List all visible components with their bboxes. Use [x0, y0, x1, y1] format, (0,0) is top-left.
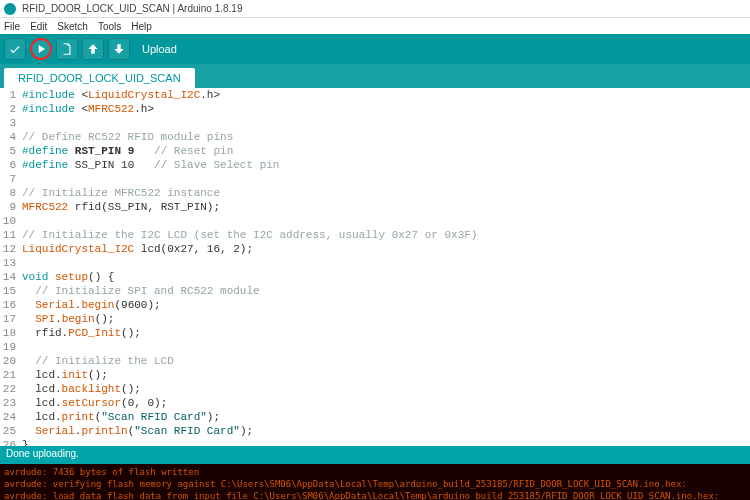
- code-text[interactable]: LiquidCrystal_I2C lcd(0x27, 16, 2);: [22, 242, 253, 256]
- code-text[interactable]: }: [22, 438, 29, 446]
- code-line[interactable]: 12LiquidCrystal_I2C lcd(0x27, 16, 2);: [0, 242, 750, 256]
- code-line[interactable]: 26}: [0, 438, 750, 446]
- console-line: avrdude: load data flash data from input…: [4, 490, 746, 500]
- code-text[interactable]: #define RST_PIN 9 // Reset pin: [22, 144, 233, 158]
- code-text[interactable]: lcd.setCursor(0, 0);: [22, 396, 167, 410]
- code-text[interactable]: Serial.println("Scan RFID Card");: [22, 424, 253, 438]
- code-line[interactable]: 4// Define RC522 RFID module pins: [0, 130, 750, 144]
- code-line[interactable]: 25 Serial.println("Scan RFID Card");: [0, 424, 750, 438]
- code-text[interactable]: lcd.init();: [22, 368, 108, 382]
- console-output[interactable]: avrdude: 7436 bytes of flash written avr…: [0, 464, 750, 500]
- titlebar: RFID_DOOR_LOCK_UID_SCAN | Arduino 1.8.19: [0, 0, 750, 18]
- arduino-icon: [4, 3, 16, 15]
- arrow-up-icon: [86, 42, 100, 56]
- code-text[interactable]: #define SS_PIN 10 // Slave Select pin: [22, 158, 279, 172]
- line-number: 3: [0, 116, 22, 130]
- code-editor[interactable]: 1#include <LiquidCrystal_I2C.h>2#include…: [0, 88, 750, 446]
- window-title: RFID_DOOR_LOCK_UID_SCAN | Arduino 1.8.19: [22, 3, 242, 14]
- upload-status-label: Upload: [142, 43, 177, 55]
- tab-sketch[interactable]: RFID_DOOR_LOCK_UID_SCAN: [4, 68, 195, 88]
- line-number: 5: [0, 144, 22, 158]
- code-text[interactable]: void setup() {: [22, 270, 114, 284]
- code-text[interactable]: rfid.PCD_Init();: [22, 326, 141, 340]
- code-line[interactable]: 9MFRC522 rfid(SS_PIN, RST_PIN);: [0, 200, 750, 214]
- menu-tools[interactable]: Tools: [98, 21, 121, 32]
- code-line[interactable]: 11// Initialize the I2C LCD (set the I2C…: [0, 228, 750, 242]
- code-line[interactable]: 10: [0, 214, 750, 228]
- code-line[interactable]: 13: [0, 256, 750, 270]
- menu-help[interactable]: Help: [131, 21, 152, 32]
- code-text[interactable]: // Initialize the LCD: [22, 354, 174, 368]
- code-line[interactable]: 15 // Initialize SPI and RC522 module: [0, 284, 750, 298]
- line-number: 18: [0, 326, 22, 340]
- code-line[interactable]: 6#define SS_PIN 10 // Slave Select pin: [0, 158, 750, 172]
- line-number: 17: [0, 312, 22, 326]
- line-number: 2: [0, 102, 22, 116]
- line-number: 1: [0, 88, 22, 102]
- code-text[interactable]: // Initialize the I2C LCD (set the I2C a…: [22, 228, 477, 242]
- console-line: avrdude: 7436 bytes of flash written: [4, 466, 746, 478]
- line-number: 16: [0, 298, 22, 312]
- status-text: Done uploading.: [6, 448, 79, 459]
- new-button[interactable]: [56, 38, 78, 60]
- line-number: 8: [0, 186, 22, 200]
- line-number: 12: [0, 242, 22, 256]
- line-number: 22: [0, 382, 22, 396]
- verify-button[interactable]: [4, 38, 26, 60]
- console-line: avrdude: verifying flash memory against …: [4, 478, 746, 490]
- code-line[interactable]: 22 lcd.backlight();: [0, 382, 750, 396]
- toolbar: Upload: [0, 34, 750, 64]
- arrow-down-icon: [112, 42, 126, 56]
- code-text[interactable]: MFRC522 rfid(SS_PIN, RST_PIN);: [22, 200, 220, 214]
- code-line[interactable]: 2#include <MFRC522.h>: [0, 102, 750, 116]
- code-line[interactable]: 17 SPI.begin();: [0, 312, 750, 326]
- code-text[interactable]: SPI.begin();: [22, 312, 114, 326]
- arrow-right-icon: [34, 42, 48, 56]
- menu-edit[interactable]: Edit: [30, 21, 47, 32]
- line-number: 6: [0, 158, 22, 172]
- check-icon: [8, 42, 22, 56]
- code-line[interactable]: 7: [0, 172, 750, 186]
- menu-file[interactable]: File: [4, 21, 20, 32]
- line-number: 24: [0, 410, 22, 424]
- code-text[interactable]: // Initialize MFRC522 instance: [22, 186, 220, 200]
- code-line[interactable]: 19: [0, 340, 750, 354]
- code-line[interactable]: 3: [0, 116, 750, 130]
- line-number: 20: [0, 354, 22, 368]
- line-number: 7: [0, 172, 22, 186]
- menu-sketch[interactable]: Sketch: [57, 21, 88, 32]
- code-line[interactable]: 24 lcd.print("Scan RFID Card");: [0, 410, 750, 424]
- line-number: 15: [0, 284, 22, 298]
- line-number: 23: [0, 396, 22, 410]
- code-text[interactable]: // Define RC522 RFID module pins: [22, 130, 233, 144]
- tabbar: RFID_DOOR_LOCK_UID_SCAN: [0, 64, 750, 88]
- line-number: 4: [0, 130, 22, 144]
- code-line[interactable]: 16 Serial.begin(9600);: [0, 298, 750, 312]
- line-number: 14: [0, 270, 22, 284]
- code-line[interactable]: 18 rfid.PCD_Init();: [0, 326, 750, 340]
- code-line[interactable]: 8// Initialize MFRC522 instance: [0, 186, 750, 200]
- line-number: 10: [0, 214, 22, 228]
- open-button[interactable]: [82, 38, 104, 60]
- file-icon: [60, 42, 74, 56]
- code-text[interactable]: Serial.begin(9600);: [22, 298, 161, 312]
- code-text[interactable]: lcd.backlight();: [22, 382, 141, 396]
- code-text[interactable]: lcd.print("Scan RFID Card");: [22, 410, 220, 424]
- code-line[interactable]: 5#define RST_PIN 9 // Reset pin: [0, 144, 750, 158]
- code-text[interactable]: #include <LiquidCrystal_I2C.h>: [22, 88, 220, 102]
- line-number: 11: [0, 228, 22, 242]
- code-line[interactable]: 20 // Initialize the LCD: [0, 354, 750, 368]
- code-line[interactable]: 14void setup() {: [0, 270, 750, 284]
- upload-button[interactable]: [30, 38, 52, 60]
- line-number: 25: [0, 424, 22, 438]
- menubar: File Edit Sketch Tools Help: [0, 18, 750, 34]
- code-text[interactable]: #include <MFRC522.h>: [22, 102, 154, 116]
- code-line[interactable]: 1#include <LiquidCrystal_I2C.h>: [0, 88, 750, 102]
- code-line[interactable]: 21 lcd.init();: [0, 368, 750, 382]
- line-number: 21: [0, 368, 22, 382]
- save-button[interactable]: [108, 38, 130, 60]
- statusbar: Done uploading.: [0, 446, 750, 464]
- code-line[interactable]: 23 lcd.setCursor(0, 0);: [0, 396, 750, 410]
- code-text[interactable]: // Initialize SPI and RC522 module: [22, 284, 260, 298]
- line-number: 13: [0, 256, 22, 270]
